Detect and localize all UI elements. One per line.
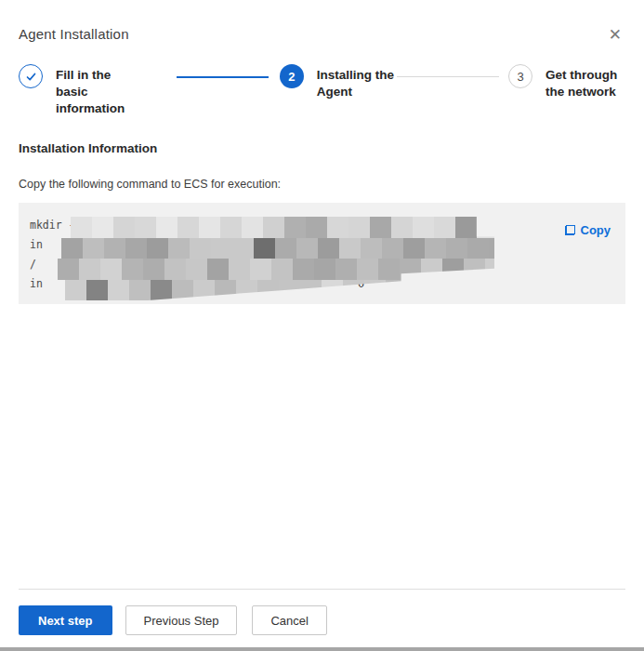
dialog-footer: Next step Previous Step Cancel [19, 589, 625, 635]
previous-step-button[interactable]: Previous Step [125, 605, 238, 635]
checkmark-icon [25, 71, 37, 83]
step2-current-circle: 2 [280, 64, 304, 88]
cancel-button[interactable]: Cancel [252, 605, 326, 635]
step-get-through-network: 3 Get through the network [508, 64, 625, 100]
step3-upcoming-circle: 3 [508, 64, 532, 88]
stepper: Fill in the basic information 2 Installi… [0, 64, 644, 117]
copy-command-instruction: Copy the following command to ECS for ex… [0, 178, 644, 191]
copy-command-button[interactable]: Copy [565, 223, 611, 237]
step-connector-upcoming [397, 76, 499, 77]
agent-installation-dialog: Agent Installation ✕ Fill in the basic i… [0, 0, 644, 651]
redaction-mosaic [50, 217, 494, 300]
next-step-button[interactable]: Next step [19, 605, 112, 635]
copy-icon [565, 225, 575, 235]
step1-done-circle [19, 64, 43, 88]
window-bottom-edge [0, 647, 644, 651]
dialog-title: Agent Installation [19, 26, 129, 42]
step1-label: Fill in the basic information [56, 64, 145, 117]
dialog-header: Agent Installation ✕ [0, 0, 644, 45]
installation-information-heading: Installation Information [0, 141, 644, 155]
step2-label: Installing the Agent [317, 64, 410, 100]
command-code-box: mkdir -p /h in / in 0 Copy [19, 203, 625, 304]
step-connector-done [177, 76, 269, 78]
step-fill-basic-information: Fill in the basic information [19, 64, 145, 117]
step-installing-agent: 2 Installing the Agent [280, 64, 410, 100]
close-icon[interactable]: ✕ [605, 25, 625, 45]
step3-label: Get through the network [545, 64, 625, 100]
copy-label: Copy [581, 223, 611, 237]
